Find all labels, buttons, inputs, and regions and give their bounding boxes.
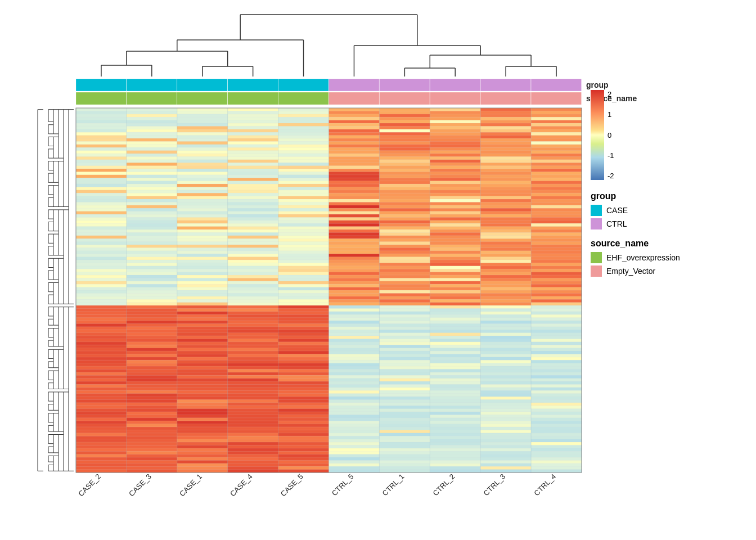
colorbar-label-0: 0	[608, 131, 614, 140]
colorbar-label-neg1: -1	[608, 151, 614, 160]
heatmap-container: 2 1 0 -1 -2 group CASE CTRL source_nam	[0, 0, 756, 540]
ev-label: Empty_Vector	[606, 267, 655, 276]
legend-item-ev: Empty_Vector	[591, 266, 748, 277]
colorbar-label-neg2: -2	[608, 172, 614, 180]
case-label: CASE	[606, 206, 628, 215]
source-legend: source_name EHF_overexpression Empty_Vec…	[591, 238, 748, 277]
source-legend-title: source_name	[591, 238, 748, 249]
group-legend: group CASE CTRL	[591, 191, 748, 230]
legend-item-case: CASE	[591, 205, 748, 216]
ev-swatch	[591, 266, 602, 277]
legend-item-ehf: EHF_overexpression	[591, 252, 748, 263]
legend-container: 2 1 0 -1 -2 group CASE CTRL source_nam	[591, 90, 748, 286]
colorbar-canvas	[591, 90, 604, 180]
legend-item-ctrl: CTRL	[591, 218, 748, 230]
ehf-swatch	[591, 252, 602, 263]
ctrl-swatch	[591, 218, 602, 230]
case-swatch	[591, 205, 602, 216]
ehf-label: EHF_overexpression	[606, 253, 680, 262]
colorbar-label-1: 1	[608, 110, 614, 119]
colorbar-label-2: 2	[608, 90, 614, 98]
color-scale-section: 2 1 0 -1 -2	[591, 90, 748, 180]
colorbar-labels: 2 1 0 -1 -2	[608, 90, 614, 180]
group-legend-title: group	[591, 191, 748, 201]
ctrl-label: CTRL	[606, 219, 627, 228]
